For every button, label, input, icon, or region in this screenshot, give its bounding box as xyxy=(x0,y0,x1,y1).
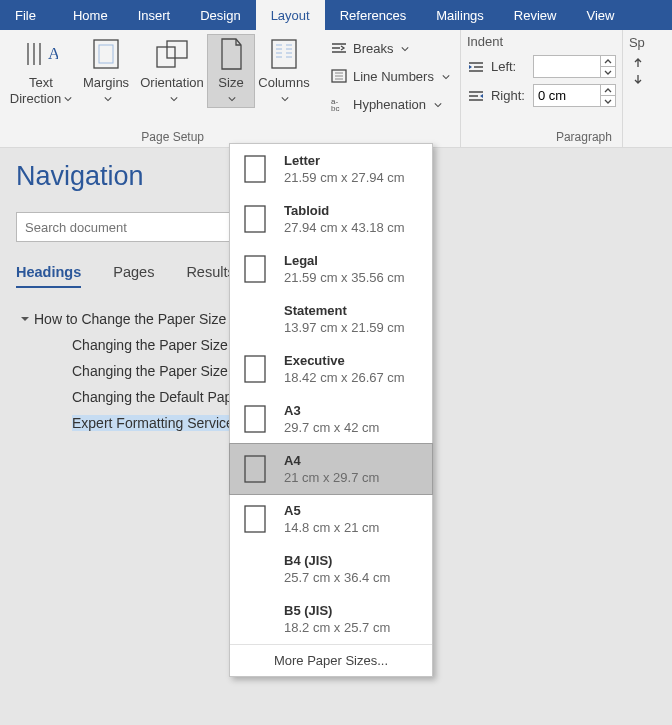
paper-size-option[interactable]: B4 (JIS)25.7 cm x 36.4 cm xyxy=(230,544,432,594)
indent-left-icon xyxy=(467,61,485,73)
svg-rect-29 xyxy=(245,356,265,382)
tab-references[interactable]: References xyxy=(325,0,421,30)
paper-size-name: Letter xyxy=(284,152,405,169)
size-button[interactable]: Size xyxy=(207,34,255,108)
svg-rect-26 xyxy=(245,206,265,232)
svg-rect-30 xyxy=(245,406,265,432)
tab-home[interactable]: Home xyxy=(58,0,123,30)
line-numbers-icon xyxy=(330,69,348,83)
text-direction-label2: Direction xyxy=(10,91,61,106)
paper-size-option[interactable]: B5 (JIS)18.2 cm x 25.7 cm xyxy=(230,594,432,644)
tab-strip: File Home Insert Design Layout Reference… xyxy=(0,0,672,30)
chevron-down-icon xyxy=(434,97,442,112)
tab-view[interactable]: View xyxy=(571,0,629,30)
spin-down-icon[interactable] xyxy=(601,66,615,77)
more-paper-sizes[interactable]: More Paper Sizes... xyxy=(230,644,432,676)
tab-layout[interactable]: Layout xyxy=(256,0,325,30)
svg-rect-8 xyxy=(272,40,296,68)
svg-rect-27 xyxy=(245,256,265,282)
margins-icon xyxy=(89,37,123,71)
chevron-down-icon xyxy=(104,91,112,107)
svg-rect-32 xyxy=(245,506,265,532)
hyphenation-button[interactable]: a-bc Hyphenation xyxy=(326,93,454,115)
paper-size-option[interactable]: Statement13.97 cm x 21.59 cm xyxy=(230,294,432,344)
indent-right-label: Right: xyxy=(491,88,527,103)
paper-size-dimensions: 14.8 cm x 21 cm xyxy=(284,519,379,536)
nav-tab-results[interactable]: Results xyxy=(186,264,234,288)
columns-button[interactable]: Columns xyxy=(254,35,314,107)
paper-size-option[interactable]: A514.8 cm x 21 cm xyxy=(230,494,432,544)
indent-heading: Indent xyxy=(467,34,503,49)
nav-tab-headings[interactable]: Headings xyxy=(16,264,81,288)
paper-size-dimensions: 25.7 cm x 36.4 cm xyxy=(284,569,390,586)
paper-size-option[interactable]: Letter21.59 cm x 27.94 cm xyxy=(230,144,432,194)
paper-size-name: Tabloid xyxy=(284,202,405,219)
paper-size-dropdown: Letter21.59 cm x 27.94 cmTabloid27.94 cm… xyxy=(229,143,433,677)
paper-size-dimensions: 13.97 cm x 21.59 cm xyxy=(284,319,405,336)
page-icon xyxy=(240,451,270,487)
line-numbers-button[interactable]: Line Numbers xyxy=(326,65,454,87)
orientation-label: Orientation xyxy=(140,75,204,91)
svg-rect-4 xyxy=(94,40,118,68)
orientation-button[interactable]: Orientation xyxy=(136,35,208,107)
tree-item-label: Expert Formatting Services xyxy=(72,415,241,431)
paper-size-dimensions: 29.7 cm x 42 cm xyxy=(284,419,379,436)
text-direction-icon: A xyxy=(24,37,58,71)
margins-button[interactable]: Margins xyxy=(76,35,136,107)
tab-mailings[interactable]: Mailings xyxy=(421,0,499,30)
chevron-down-icon xyxy=(442,69,450,84)
breaks-icon xyxy=(330,41,348,55)
indent-right-icon xyxy=(467,90,485,102)
columns-label: Columns xyxy=(258,75,309,91)
page-icon xyxy=(240,351,270,387)
svg-text:A: A xyxy=(48,44,58,63)
chevron-down-icon xyxy=(228,91,236,107)
svg-rect-31 xyxy=(245,456,265,482)
chevron-down-icon xyxy=(281,91,289,107)
collapse-icon[interactable] xyxy=(16,314,34,324)
indent-right-input[interactable] xyxy=(534,86,600,105)
ribbon: A TextDirection Margins Orientation xyxy=(0,30,672,148)
size-icon xyxy=(214,37,248,71)
spin-up-icon[interactable] xyxy=(601,85,615,95)
hyphenation-label: Hyphenation xyxy=(353,97,426,112)
paper-size-name: Statement xyxy=(284,302,405,319)
tab-insert[interactable]: Insert xyxy=(123,0,186,30)
page-icon xyxy=(240,401,270,437)
text-direction-label1: Text xyxy=(29,75,53,91)
svg-rect-5 xyxy=(99,45,113,63)
paper-size-option[interactable]: A421 cm x 29.7 cm xyxy=(229,443,433,495)
hyphenation-icon: a-bc xyxy=(330,97,348,111)
paper-size-name: Executive xyxy=(284,352,405,369)
tab-review[interactable]: Review xyxy=(499,0,572,30)
spin-up-icon[interactable] xyxy=(601,56,615,66)
paper-size-dimensions: 21.59 cm x 35.56 cm xyxy=(284,269,405,286)
indent-left-input[interactable] xyxy=(534,57,600,76)
paper-size-name: B4 (JIS) xyxy=(284,552,390,569)
svg-text:bc: bc xyxy=(331,104,339,111)
tab-file[interactable]: File xyxy=(0,0,58,30)
paper-size-option[interactable]: A329.7 cm x 42 cm xyxy=(230,394,432,444)
paper-size-option[interactable]: Tabloid27.94 cm x 43.18 cm xyxy=(230,194,432,244)
svg-rect-6 xyxy=(157,47,175,67)
orientation-icon xyxy=(155,37,189,71)
paper-size-option[interactable]: Executive18.42 cm x 26.67 cm xyxy=(230,344,432,394)
tab-design[interactable]: Design xyxy=(185,0,255,30)
spin-down-icon[interactable] xyxy=(601,95,615,106)
breaks-button[interactable]: Breaks xyxy=(326,37,454,59)
columns-icon xyxy=(267,37,301,71)
group-caption-paragraph: Paragraph xyxy=(467,127,616,147)
spacing-before-icon xyxy=(629,56,647,68)
paper-size-name: A3 xyxy=(284,402,379,419)
page-icon xyxy=(240,501,270,537)
indent-left-spinner[interactable] xyxy=(533,55,616,78)
text-direction-button[interactable]: A TextDirection xyxy=(6,35,76,107)
spacing-heading: Sp xyxy=(629,35,645,50)
nav-tab-pages[interactable]: Pages xyxy=(113,264,154,288)
size-label: Size xyxy=(218,75,243,91)
paper-size-option[interactable]: Legal21.59 cm x 35.56 cm xyxy=(230,244,432,294)
paper-size-dimensions: 21 cm x 29.7 cm xyxy=(284,469,379,486)
indent-right-spinner[interactable] xyxy=(533,84,616,107)
page-icon xyxy=(240,151,270,187)
paper-size-name: B5 (JIS) xyxy=(284,602,390,619)
